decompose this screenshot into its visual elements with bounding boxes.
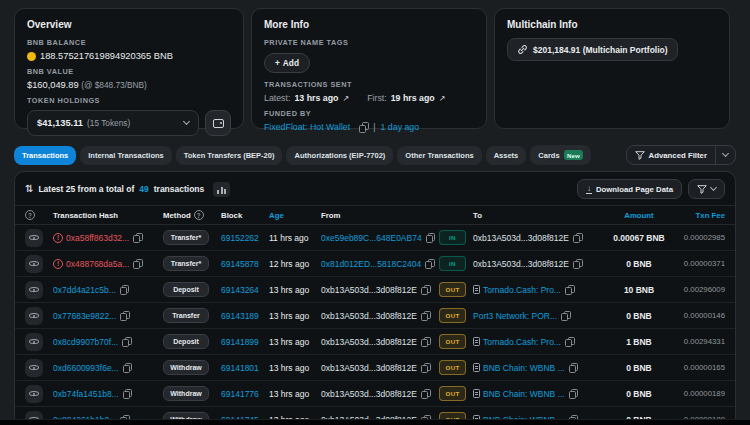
eye-button[interactable] [25,229,43,247]
funded-by-link[interactable]: FixedFloat: Hot Wallet [264,122,350,132]
add-private-tag-button[interactable]: + Add [264,53,310,73]
direction-badge: OUT [439,412,466,419]
eye-button[interactable] [25,385,43,403]
eye-button[interactable] [25,307,43,325]
tab-transactions[interactable]: Transactions [14,146,76,165]
external-link-icon[interactable]: ↗ [342,94,349,103]
copy-icon[interactable] [421,285,430,295]
eye-button[interactable] [25,255,43,273]
copy-icon[interactable] [421,311,430,321]
table-row: 0x7dd4a21c5b... Deposit 69143264 13 hrs … [15,277,735,303]
bnb-coin-icon [27,52,36,61]
eye-icon [29,337,39,347]
copy-icon[interactable] [569,415,578,420]
copy-icon[interactable] [421,415,430,420]
advanced-filter-button[interactable]: Advanced Filter [627,146,716,164]
question-icon[interactable]: ? [194,210,204,220]
copy-icon[interactable] [123,363,132,373]
header-method: Method [163,211,191,220]
new-badge: New [564,150,584,160]
wallet-button[interactable] [205,110,231,136]
tx-hash-link[interactable]: 0x77683e9822... [53,311,116,321]
copy-icon[interactable] [120,311,129,321]
block-link[interactable]: 69145878 [221,259,259,269]
eye-button[interactable] [25,333,43,351]
chevron-down-icon [183,118,190,125]
copy-icon[interactable] [425,259,434,269]
funded-age-link[interactable]: 1 day ago [381,122,420,132]
header-amount[interactable]: Amount [599,211,679,220]
tx-hash-link[interactable]: 0xb74fa1451b8... [53,389,119,399]
tx-hash-link[interactable]: 0x8cd9907b70f... [53,337,118,347]
tx-hash-link[interactable]: 0x488768da5a... [66,259,129,269]
copy-icon[interactable] [123,389,132,399]
block-link[interactable]: 69141776 [221,389,259,399]
copy-icon[interactable] [133,259,142,269]
tab-internal-transactions[interactable]: Internal Transactions [80,146,171,165]
from-address-link[interactable]: 0xe59eb89C...648E0AB74 [321,233,422,243]
copy-icon[interactable] [426,233,435,243]
advanced-filter-dropdown-toggle[interactable] [716,146,735,164]
copy-icon[interactable] [573,233,582,243]
tx-hash-link[interactable]: 0x7dd4a21c5b... [53,285,116,295]
header-age[interactable]: Age [269,211,321,220]
separator: | [373,122,375,132]
eye-button[interactable] [25,359,43,377]
to-address-link[interactable]: Tornado.Cash: Pro... [483,337,561,347]
method-badge: Withdraw [163,412,209,419]
copy-icon[interactable] [569,363,578,373]
block-link[interactable]: 69141801 [221,363,259,373]
block-link[interactable]: 69141745 [221,415,259,420]
copy-icon[interactable] [421,337,430,347]
copy-icon[interactable] [359,122,368,132]
multichain-portfolio-badge[interactable]: $201,184.91 (Multichain Portfolio) [507,38,678,61]
eye-button[interactable] [25,411,43,420]
copy-icon[interactable] [122,337,131,347]
bnb-value-label: BNB VALUE [27,67,231,76]
latest-label: Latest: [264,93,290,103]
direction-badge: OUT [439,308,466,323]
copy-icon[interactable] [421,389,430,399]
copy-icon[interactable] [120,285,129,295]
amount-cell: 0 BNB [599,311,679,321]
question-icon[interactable]: ? [25,210,35,220]
tx-hash-link[interactable]: 0x894261b1b0... [53,415,116,420]
tx-hash-link[interactable]: 0xa58ff863d32... [66,233,129,243]
copy-icon[interactable] [573,259,582,269]
to-address-link[interactable]: BNB Chain: WBNB ... [483,389,565,399]
tx-hash-link[interactable]: 0xd6600993f6e... [53,363,119,373]
download-page-data-button[interactable]: ↓ Download Page Data [577,179,682,199]
more-info-card: More Info PRIVATE NAME TAGS + Add TRANSA… [251,8,487,129]
to-address-link[interactable]: BNB Chain: WBNB ... [483,363,565,373]
copy-icon[interactable] [421,363,430,373]
header-block: Block [221,211,269,220]
copy-icon[interactable] [120,415,129,420]
copy-icon[interactable] [561,311,570,321]
block-link[interactable]: 69141899 [221,337,259,347]
chain-link-icon [517,44,528,55]
tab-authorizations[interactable]: Authorizations (EIP-7702) [286,146,393,165]
token-holdings-dropdown[interactable]: $41,135.11 (15 Tokens) [27,110,199,136]
copy-icon[interactable] [565,337,574,347]
to-address-link[interactable]: Tornado.Cash: Pro... [483,285,561,295]
from-address-link[interactable]: 0x81d012ED...5818C2404 [321,259,421,269]
chart-button[interactable] [213,182,230,197]
eye-button[interactable] [25,281,43,299]
block-link[interactable]: 69143189 [221,311,259,321]
contract-file-icon [473,363,480,372]
tab-token-transfers[interactable]: Token Transfers (BEP-20) [176,146,283,165]
block-link[interactable]: 69143264 [221,285,259,295]
advanced-filter-split-button: Advanced Filter [626,145,737,165]
to-address-link[interactable]: Port3 Network: POR... [473,311,557,321]
tab-cards[interactable]: Cards New [530,145,591,165]
to-address-link[interactable]: BNB Chain: WBNB ... [483,415,565,420]
external-link-icon[interactable]: ↗ [439,94,446,103]
copy-icon[interactable] [565,285,574,295]
block-link[interactable]: 69152262 [221,233,259,243]
tab-other-transactions[interactable]: Other Transactions [397,146,481,165]
header-txn-fee[interactable]: Txn Fee [679,211,725,220]
tab-assets[interactable]: Assets [486,146,527,165]
copy-icon[interactable] [569,389,578,399]
copy-icon[interactable] [133,233,142,243]
table-filter-button[interactable] [688,179,725,199]
